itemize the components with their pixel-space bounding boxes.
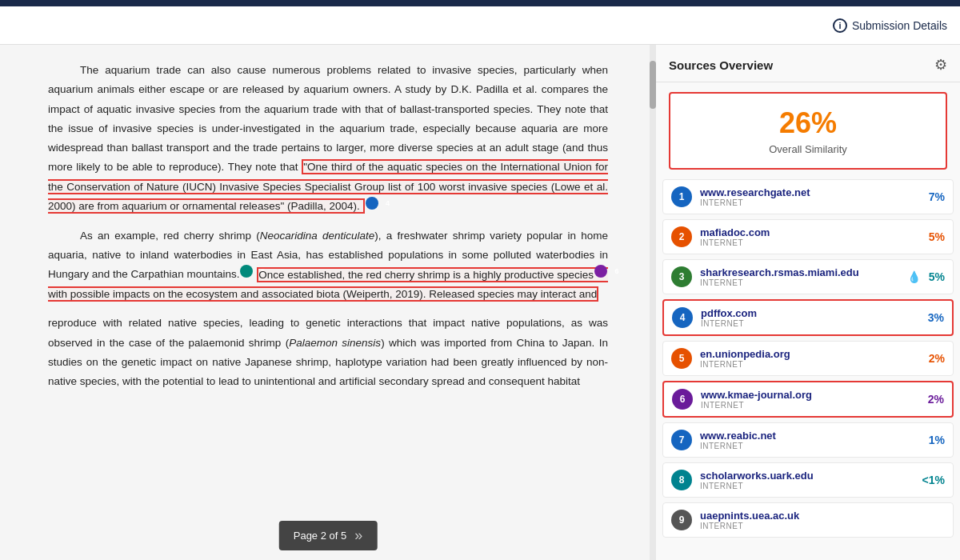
source-type-4: INTERNET xyxy=(701,319,920,328)
source-num-8: 8 xyxy=(671,470,692,490)
source-pct-1: 7% xyxy=(929,190,945,203)
sources-panel: Sources Overview ⚙ 26% Overall Similarit… xyxy=(656,45,960,560)
source-pct-6: 2% xyxy=(928,393,944,406)
source-item-3[interactable]: 3 sharkresearch.rsmas.miami.edu INTERNET… xyxy=(662,259,954,294)
source-info-5: en.unionpedia.org INTERNET xyxy=(700,348,921,369)
source-pct-8: <1% xyxy=(922,474,945,486)
source-type-9: INTERNET xyxy=(700,522,937,530)
top-bar xyxy=(0,0,960,6)
source-info-2: mafiadoc.com INTERNET xyxy=(700,226,921,247)
source-num-3: 3 xyxy=(671,266,692,287)
info-icon: i xyxy=(833,18,847,33)
page-indicator-text: Page 2 of 5 xyxy=(294,530,347,542)
source-name-7: www.reabic.net xyxy=(700,430,921,442)
header: i Submission Details xyxy=(0,6,960,45)
panel-header: Sources Overview ⚙ xyxy=(656,45,960,82)
source-num-5: 5 xyxy=(671,348,692,369)
source-name-5: en.unionpedia.org xyxy=(700,348,921,360)
source-name-4: pdffox.com xyxy=(701,307,920,319)
source-item-1[interactable]: 1 www.researchgate.net INTERNET 7% xyxy=(662,179,954,214)
source-item-9[interactable]: 9 uaepnints.uea.ac.uk INTERNET xyxy=(662,502,954,538)
document-text: The aquarium trade can also cause numero… xyxy=(48,61,608,392)
next-page-chevron[interactable]: » xyxy=(354,527,362,544)
source-info-1: www.researchgate.net INTERNET xyxy=(700,186,921,207)
source-item-5[interactable]: 5 en.unionpedia.org INTERNET 2% xyxy=(662,341,954,376)
source-info-6: www.kmae-journal.org INTERNET xyxy=(701,389,920,410)
source-type-6: INTERNET xyxy=(701,401,920,410)
source-info-4: pdffox.com INTERNET xyxy=(701,307,920,328)
source-type-7: INTERNET xyxy=(700,442,921,450)
submission-details-label: Submission Details xyxy=(852,19,947,32)
source-num-4: 4 xyxy=(672,307,693,328)
source-pct-2: 5% xyxy=(929,230,945,243)
source-pct-3: 5% xyxy=(929,270,945,283)
highlighted-passage-1: "One third of the aquatic species on the… xyxy=(48,159,608,214)
source-item-8[interactable]: 8 scholarworks.uark.edu INTERNET <1% xyxy=(662,462,954,498)
citation-badge-6: 6 xyxy=(594,265,607,278)
source-type-5: INTERNET xyxy=(700,360,921,369)
source-item-6[interactable]: 6 www.kmae-journal.org INTERNET 2% xyxy=(662,381,954,418)
similarity-box: 26% Overall Similarity xyxy=(669,92,947,170)
source-pct-7: 1% xyxy=(929,434,945,446)
source-num-1: 1 xyxy=(671,186,692,207)
document-scroll-area[interactable]: The aquarium trade can also cause numero… xyxy=(0,45,656,450)
page-indicator: Page 2 of 5 » xyxy=(279,521,378,550)
source-name-1: www.researchgate.net xyxy=(700,186,921,198)
document-container: The aquarium trade can also cause numero… xyxy=(0,45,656,560)
source-info-8: scholarworks.uark.edu INTERNET xyxy=(700,470,914,490)
main-content: The aquarium trade can also cause numero… xyxy=(0,45,960,560)
source-type-3: INTERNET xyxy=(700,278,899,287)
source-num-9: 9 xyxy=(671,510,692,530)
source-info-9: uaepnints.uea.ac.uk INTERNET xyxy=(700,510,937,530)
source-num-6: 6 xyxy=(672,389,693,410)
citation-badge-5: 5 xyxy=(240,265,253,278)
source-list: 1 www.researchgate.net INTERNET 7% 2 maf… xyxy=(656,179,960,560)
similarity-label: Overall Similarity xyxy=(678,143,938,155)
source-name-8: scholarworks.uark.edu xyxy=(700,470,914,482)
scrollbar-track xyxy=(650,45,656,560)
source-num-2: 2 xyxy=(671,226,692,247)
source-name-6: www.kmae-journal.org xyxy=(701,389,920,401)
source-item-2[interactable]: 2 mafiadoc.com INTERNET 5% xyxy=(662,219,954,254)
citation-badge-4: 4 xyxy=(366,197,378,210)
scrollbar-thumb[interactable] xyxy=(650,61,656,109)
source-pct-4: 3% xyxy=(928,311,944,324)
source-type-2: INTERNET xyxy=(700,238,921,247)
source-item-4[interactable]: 4 pdffox.com INTERNET 3% xyxy=(662,299,954,336)
source-type-8: INTERNET xyxy=(700,482,914,490)
source-type-1: INTERNET xyxy=(700,198,921,207)
source-num-7: 7 xyxy=(671,430,692,450)
submission-details-button[interactable]: i Submission Details xyxy=(833,18,947,33)
panel-title: Sources Overview xyxy=(669,58,773,72)
source-name-3: sharkresearch.rsmas.miami.edu xyxy=(700,266,899,278)
source-name-2: mafiadoc.com xyxy=(700,226,921,238)
gear-icon[interactable]: ⚙ xyxy=(934,56,947,74)
source-name-9: uaepnints.uea.ac.uk xyxy=(700,510,937,522)
similarity-percent: 26% xyxy=(678,106,938,140)
source-flag-3: 💧 xyxy=(907,270,921,283)
source-item-7[interactable]: 7 www.reabic.net INTERNET 1% xyxy=(662,422,954,458)
source-pct-5: 2% xyxy=(929,352,945,365)
source-info-3: sharkresearch.rsmas.miami.edu INTERNET xyxy=(700,266,899,287)
source-info-7: www.reabic.net INTERNET xyxy=(700,430,921,450)
highlighted-passage-2: Once established, the red cherry shrimp … xyxy=(48,267,608,302)
